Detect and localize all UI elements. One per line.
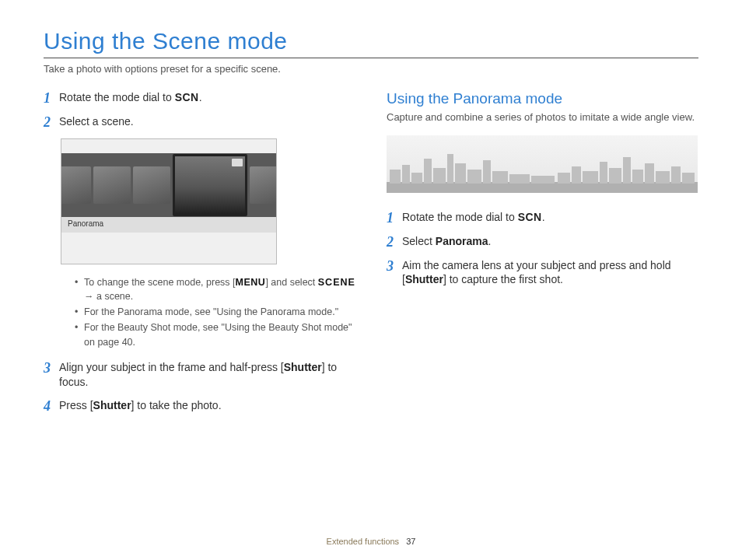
svg-rect-5 bbox=[433, 168, 446, 184]
text: Select bbox=[402, 235, 436, 247]
step-4: 4 Press [Shutter] to take the photo. bbox=[44, 398, 355, 413]
scene-thumb bbox=[250, 166, 276, 204]
lcd-top-bar bbox=[61, 139, 276, 153]
panorama-label: Panorama bbox=[436, 235, 488, 247]
note-item: To change the scene mode, press [MENU] a… bbox=[75, 275, 355, 303]
step-number: 2 bbox=[387, 234, 402, 249]
lcd-scene-strip bbox=[61, 153, 276, 217]
text: . bbox=[199, 91, 202, 103]
svg-rect-9 bbox=[483, 160, 491, 184]
svg-rect-13 bbox=[558, 173, 570, 184]
step-number: 3 bbox=[44, 360, 59, 375]
section-description: Capture and combine a series of photos t… bbox=[387, 110, 698, 124]
right-column: Using the Panorama mode Capture and comb… bbox=[387, 90, 698, 422]
title-underline bbox=[44, 58, 698, 58]
scene-menu-label: SCENE bbox=[318, 277, 355, 288]
step-2: 2 Select Panorama. bbox=[387, 234, 698, 249]
text: . bbox=[542, 211, 545, 223]
lcd-bottom bbox=[61, 233, 276, 264]
svg-rect-22 bbox=[671, 166, 681, 184]
svg-rect-15 bbox=[583, 171, 598, 184]
svg-rect-7 bbox=[455, 163, 466, 184]
step-text: Align your subject in the frame and half… bbox=[59, 360, 355, 390]
svg-rect-0 bbox=[387, 182, 698, 193]
svg-rect-16 bbox=[600, 162, 607, 184]
step-3: 3 Align your subject in the frame and ha… bbox=[44, 360, 355, 390]
section-heading: Using the Panorama mode bbox=[387, 90, 698, 107]
shutter-label: Shutter bbox=[93, 399, 131, 411]
text: Align your subject in the frame and half… bbox=[59, 361, 284, 373]
svg-rect-4 bbox=[424, 159, 432, 184]
svg-rect-3 bbox=[411, 173, 422, 184]
page-footer: Extended functions 37 bbox=[0, 537, 742, 546]
footer-section: Extended functions bbox=[327, 537, 400, 546]
svg-rect-2 bbox=[402, 165, 410, 184]
page-title: Using the Scene mode bbox=[44, 28, 698, 54]
step-text: Rotate the mode dial to SCN. bbox=[59, 90, 355, 105]
skyline-icon bbox=[387, 135, 698, 193]
step-3: 3 Aim the camera lens at your subject an… bbox=[387, 258, 698, 288]
step-2: 2 Select a scene. bbox=[44, 114, 355, 129]
scene-thumb bbox=[93, 166, 131, 204]
step-number: 2 bbox=[44, 114, 59, 129]
svg-rect-12 bbox=[531, 176, 555, 184]
step-text: Aim the camera lens at your subject and … bbox=[402, 258, 698, 288]
scene-thumb bbox=[133, 166, 170, 204]
page-subtitle: Take a photo with options preset for a s… bbox=[44, 63, 698, 75]
step-text: Rotate the mode dial to SCN. bbox=[402, 210, 698, 225]
step-text: Select a scene. bbox=[59, 114, 355, 129]
svg-rect-21 bbox=[656, 171, 670, 184]
camera-lcd-screenshot: Panorama bbox=[61, 138, 277, 264]
step-number: 4 bbox=[44, 398, 59, 413]
text: ] to take the photo. bbox=[131, 399, 222, 411]
svg-rect-8 bbox=[467, 170, 481, 184]
left-column: 1 Rotate the mode dial to SCN. 2 Select … bbox=[44, 90, 355, 422]
page-number: 37 bbox=[406, 537, 415, 546]
svg-rect-20 bbox=[645, 163, 654, 184]
text: → a scene. bbox=[84, 289, 355, 303]
scn-icon: SCN bbox=[175, 91, 199, 103]
svg-rect-10 bbox=[492, 171, 508, 184]
svg-rect-18 bbox=[623, 157, 631, 184]
menu-button-label: MENU bbox=[236, 277, 266, 288]
text: ] and select bbox=[265, 277, 317, 288]
svg-rect-17 bbox=[609, 168, 621, 184]
text: To change the scene mode, press [ bbox=[84, 277, 236, 288]
note-item: For the Beauty Shot mode, see "Using the… bbox=[75, 320, 355, 348]
scene-thumb-selected bbox=[173, 154, 247, 216]
step-text: Select Panorama. bbox=[402, 234, 698, 249]
shutter-label: Shutter bbox=[405, 273, 443, 285]
text: . bbox=[488, 235, 492, 247]
content-columns: 1 Rotate the mode dial to SCN. 2 Select … bbox=[44, 90, 698, 422]
step-1: 1 Rotate the mode dial to SCN. bbox=[44, 90, 355, 105]
scene-thumb bbox=[61, 166, 91, 204]
panorama-illustration bbox=[387, 135, 698, 193]
svg-rect-14 bbox=[572, 166, 581, 184]
step-1: 1 Rotate the mode dial to SCN. bbox=[387, 210, 698, 225]
note-item: For the Panorama mode, see "Using the Pa… bbox=[75, 305, 355, 319]
manual-page: Using the Scene mode Take a photo with o… bbox=[0, 0, 742, 560]
shutter-label: Shutter bbox=[284, 361, 322, 373]
step-text: Press [Shutter] to take the photo. bbox=[59, 398, 355, 413]
step-number: 3 bbox=[387, 258, 402, 273]
text: Rotate the mode dial to bbox=[59, 91, 175, 103]
lcd-scene-label: Panorama bbox=[61, 217, 276, 233]
svg-rect-23 bbox=[682, 173, 695, 184]
svg-rect-1 bbox=[390, 170, 401, 184]
scn-icon: SCN bbox=[518, 211, 542, 223]
step-number: 1 bbox=[387, 210, 402, 225]
text: Rotate the mode dial to bbox=[402, 211, 518, 223]
svg-rect-6 bbox=[447, 154, 453, 184]
step-number: 1 bbox=[44, 90, 59, 105]
text: ] to capture the first shot. bbox=[443, 273, 563, 285]
svg-rect-11 bbox=[509, 174, 530, 184]
svg-rect-19 bbox=[632, 170, 643, 184]
notes-list: To change the scene mode, press [MENU] a… bbox=[75, 275, 355, 349]
text: Press [ bbox=[59, 399, 93, 411]
